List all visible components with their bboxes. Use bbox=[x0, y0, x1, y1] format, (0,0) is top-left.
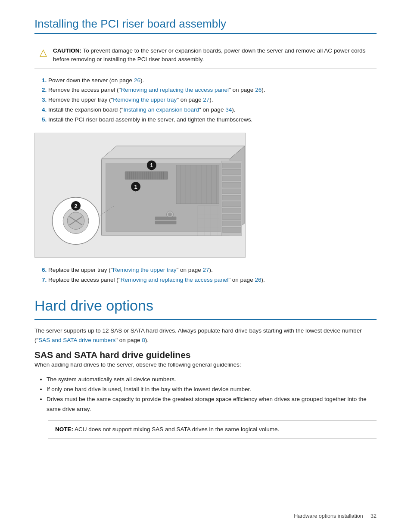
svg-rect-72 bbox=[155, 221, 177, 224]
svg-text:1: 1 bbox=[150, 162, 153, 169]
server-svg: 2 1 1 bbox=[35, 133, 245, 257]
step3-link[interactable]: Removing the upper tray bbox=[113, 96, 177, 103]
caution-text: CAUTION: To prevent damage to the server… bbox=[53, 47, 371, 64]
step7-link[interactable]: Removing and replacing the access panel bbox=[121, 277, 229, 283]
note-body: ACU does not support mixing SAS and SATA… bbox=[75, 426, 279, 432]
step2-page-link[interactable]: 26 bbox=[255, 87, 262, 93]
svg-rect-35 bbox=[222, 170, 241, 175]
svg-rect-41 bbox=[222, 208, 241, 213]
caution-label: CAUTION: bbox=[53, 47, 81, 54]
step4-link[interactable]: Installing an expansion board bbox=[123, 106, 199, 113]
hdd-link[interactable]: SAS and SATA drive numbers bbox=[38, 337, 115, 343]
svg-marker-2 bbox=[102, 146, 245, 159]
svg-rect-39 bbox=[222, 195, 241, 200]
guideline-1: The system automatically sets all device… bbox=[47, 375, 377, 385]
svg-rect-5 bbox=[176, 165, 219, 204]
svg-rect-42 bbox=[222, 215, 241, 220]
step-3: Remove the upper tray ("Removing the upp… bbox=[48, 95, 377, 105]
caution-body: To prevent damage to the server or expan… bbox=[53, 47, 365, 62]
svg-rect-38 bbox=[222, 189, 241, 194]
steps-list: Power down the server (on page 26). Remo… bbox=[34, 76, 377, 125]
section-title-hdd: Hard drive options bbox=[34, 297, 377, 314]
step6-link[interactable]: Removing the upper tray bbox=[113, 267, 177, 273]
figure-container: 2 1 1 bbox=[34, 133, 377, 258]
server-diagram: 2 1 1 bbox=[34, 133, 246, 258]
svg-rect-44 bbox=[222, 227, 241, 233]
svg-rect-37 bbox=[222, 182, 241, 187]
steps-list-2: Replace the upper tray ("Removing the up… bbox=[34, 265, 377, 285]
caution-icon: △ bbox=[40, 47, 47, 58]
step4-page-link[interactable]: 34 bbox=[225, 106, 232, 113]
guidelines-list: The system automatically sets all device… bbox=[34, 375, 377, 414]
footer-text: Hardware options installation bbox=[294, 513, 363, 519]
section-divider-hdd bbox=[34, 319, 377, 320]
step-4: Install the expansion board ("Installing… bbox=[48, 105, 377, 115]
step-5: Install the PCI riser board assembly in … bbox=[48, 115, 377, 125]
svg-text:2: 2 bbox=[74, 203, 77, 209]
section-title-pci: Installing the PCI riser board assembly bbox=[34, 17, 377, 34]
step7-page-link[interactable]: 26 bbox=[255, 277, 261, 283]
step2-link[interactable]: Removing and replacing the access panel bbox=[121, 87, 229, 93]
svg-rect-40 bbox=[222, 202, 241, 207]
page-footer: Hardware options installation 32 bbox=[294, 513, 377, 519]
step-7: Replace the access panel ("Removing and … bbox=[48, 275, 377, 285]
hdd-body-text: The server supports up to 12 SAS or SATA… bbox=[34, 326, 377, 345]
svg-rect-43 bbox=[222, 221, 241, 226]
note-box: NOTE: ACU does not support mixing SAS an… bbox=[48, 420, 377, 439]
caution-box: △ CAUTION: To prevent damage to the serv… bbox=[34, 42, 377, 69]
note-label: NOTE: bbox=[55, 426, 73, 432]
step3-page-link[interactable]: 27 bbox=[203, 96, 209, 103]
subsection-title-sas: SAS and SATA hard drive guidelines bbox=[34, 350, 377, 360]
step-2: Remove the access panel ("Removing and r… bbox=[48, 85, 377, 95]
svg-rect-34 bbox=[222, 163, 241, 168]
step-1: Power down the server (on page 26). bbox=[48, 76, 377, 86]
footer-page: 32 bbox=[371, 513, 377, 519]
svg-rect-71 bbox=[155, 217, 177, 220]
svg-rect-36 bbox=[222, 176, 241, 181]
svg-text:1: 1 bbox=[134, 184, 137, 190]
svg-point-70 bbox=[168, 213, 172, 216]
guideline-3: Drives must be the same capacity to prov… bbox=[47, 395, 377, 414]
guideline-2: If only one hard drive is used, install … bbox=[47, 385, 377, 395]
guidelines-intro: When adding hard drives to the server, o… bbox=[34, 360, 377, 370]
hdd-page-link[interactable]: 8 bbox=[142, 337, 145, 343]
step6-page-link[interactable]: 27 bbox=[203, 267, 209, 273]
step-6: Replace the upper tray ("Removing the up… bbox=[48, 265, 377, 275]
step1-link[interactable]: 26 bbox=[134, 77, 140, 84]
